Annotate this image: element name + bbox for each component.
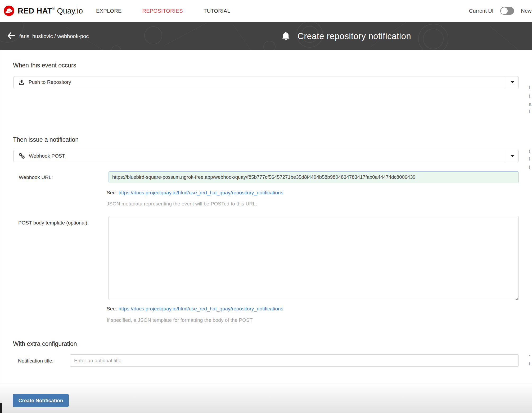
bell-icon xyxy=(281,31,291,41)
notification-section-heading: Then issue a notification xyxy=(13,136,79,143)
clipped-help-text: - xyxy=(529,353,530,358)
brand-registered-mark: ® xyxy=(52,7,55,11)
chevron-down-icon xyxy=(511,155,514,157)
notification-dropdown-caret-button[interactable] xyxy=(506,150,519,162)
page-title: Create repository notification xyxy=(297,31,411,41)
see-prefix: See: xyxy=(107,190,117,195)
page-title-block: Create repository notification xyxy=(281,31,411,41)
post-body-help: If specified, a JSON template for format… xyxy=(107,317,253,323)
clipped-help-text: a xyxy=(529,102,531,107)
extra-config-heading: With extra configuration xyxy=(13,340,77,347)
create-notification-button[interactable]: Create Notification xyxy=(13,394,69,407)
content-left-border xyxy=(1,50,1,403)
brand-product-text: Quay.io xyxy=(57,7,83,15)
ui-version-switch: Current UI New xyxy=(469,0,531,22)
clipped-help-text: l xyxy=(529,85,530,90)
nav-link-tutorial[interactable]: TUTORIAL xyxy=(204,8,230,14)
decor-ring xyxy=(111,45,121,50)
clipped-help-text: t xyxy=(529,361,530,367)
brand-redhat-text: RED HAT xyxy=(18,7,52,15)
page-header: faris_huskovic / webhook-poc Create repo… xyxy=(0,22,532,50)
bottom-left-edge xyxy=(0,403,2,413)
see-prefix: See: xyxy=(107,306,117,311)
chevron-down-icon xyxy=(511,81,514,83)
top-navbar: RED HAT® Quay.io EXPLORE REPOSITORIES TU… xyxy=(0,0,532,22)
decor-line xyxy=(164,23,206,46)
event-section-heading: When this event occurs xyxy=(13,62,76,69)
breadcrumb[interactable]: faris_huskovic / webhook-poc xyxy=(19,33,89,39)
event-type-dropdown[interactable]: Push to Repository xyxy=(13,76,519,88)
ui-toggle[interactable] xyxy=(500,7,514,15)
back-arrow-icon[interactable] xyxy=(7,32,15,40)
new-ui-label: New xyxy=(521,8,531,14)
clipped-help-text: ( xyxy=(529,164,530,170)
clipped-help-text: l xyxy=(529,156,530,162)
clipped-help-text: ( xyxy=(529,148,530,154)
upload-icon xyxy=(19,79,25,85)
nav-link-explore[interactable]: EXPLORE xyxy=(96,8,122,14)
decor-ring xyxy=(263,41,276,50)
ui-toggle-knob xyxy=(501,7,508,14)
post-body-textarea[interactable] xyxy=(109,216,519,300)
notification-title-label: Notification title: xyxy=(18,358,53,364)
nav-link-repositories[interactable]: REPOSITORIES xyxy=(142,8,183,14)
webhook-url-label: Webhook URL: xyxy=(19,175,53,180)
footer-bar: Create Notification xyxy=(0,385,532,413)
current-ui-label: Current UI xyxy=(469,8,493,14)
decor-line xyxy=(233,24,258,50)
decor-line xyxy=(490,26,522,50)
post-body-docs-link[interactable]: https://docs.projectquay.io/html/use_red… xyxy=(118,306,283,311)
webhook-url-help: JSON metadata representing the event wil… xyxy=(107,201,257,207)
webhook-url-input[interactable] xyxy=(109,171,519,183)
notification-method-dropdown[interactable]: Webhook POST xyxy=(13,150,519,162)
notification-selected-value: Webhook POST xyxy=(29,153,65,159)
clipped-help-text: ( xyxy=(529,93,530,99)
quay-create-notification-page: RED HAT® Quay.io EXPLORE REPOSITORIES TU… xyxy=(0,0,532,413)
decor-ring xyxy=(144,26,162,44)
redhat-logo-icon xyxy=(3,5,15,17)
clipped-help-text: l xyxy=(529,109,530,114)
notification-title-input[interactable] xyxy=(70,354,519,367)
webhook-url-see-row: See: https://docs.projectquay.io/html/us… xyxy=(107,190,283,196)
link-icon xyxy=(19,153,25,159)
event-selected-value: Push to Repository xyxy=(29,79,71,85)
nav-links: EXPLORE REPOSITORIES TUTORIAL xyxy=(96,0,230,22)
post-body-label: POST body template (optional): xyxy=(18,220,89,226)
webhook-docs-link[interactable]: https://docs.projectquay.io/html/use_red… xyxy=(118,190,283,195)
brand[interactable]: RED HAT® Quay.io xyxy=(3,0,83,22)
event-dropdown-caret-button[interactable] xyxy=(506,76,519,88)
decor-ring xyxy=(423,29,444,49)
post-body-see-row: See: https://docs.projectquay.io/html/us… xyxy=(107,306,283,312)
